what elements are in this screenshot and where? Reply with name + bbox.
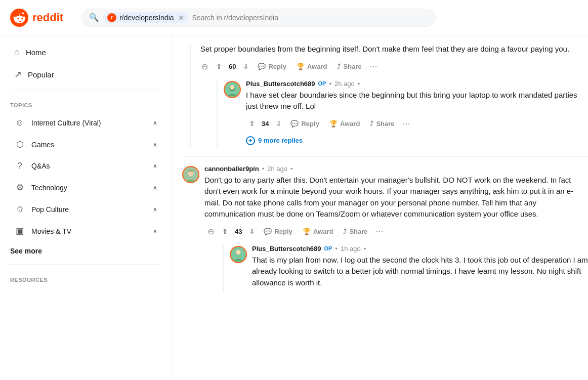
comment-thread-2: cannonballer9pin • 2h ago • Don't go to … (182, 156, 588, 297)
more-options-reply1[interactable]: ··· (401, 116, 412, 131)
reply-1-author: Plus_Butterscotch689 (246, 80, 315, 88)
see-more-button[interactable]: See more (0, 242, 172, 260)
reply-1-meta: Plus_Butterscotch689 OP • 2h ago • (246, 80, 588, 88)
reply-1-actions: ⇧ 34 ⇩ 💬 Reply (246, 116, 588, 131)
thread-wrap-2 (182, 165, 199, 185)
sidebar-item-qas[interactable]: ? Q&As ∧ (4, 156, 167, 176)
downvote-reply1[interactable]: ⇩ (273, 118, 284, 130)
sidebar-divider (10, 90, 161, 90)
comment-2-text: Don't go to any party after this. Don't … (204, 175, 588, 220)
reply-1-time: • (329, 80, 331, 88)
chevron-icon: ∧ (153, 228, 157, 235)
avatar-img-reply2 (231, 247, 246, 262)
upvote-icon: ⇧ (222, 228, 228, 235)
upvote-button-2[interactable]: ⇧ (219, 226, 231, 237)
upvote-reply1[interactable]: ⇧ (246, 118, 258, 130)
search-bar[interactable]: 🔍 r r/developersIndia ✕ (81, 9, 436, 27)
reply-button-2[interactable]: 💬 Reply (260, 226, 296, 237)
upvote-button-1[interactable]: ⇧ (213, 61, 225, 72)
reddit-icon (10, 9, 28, 27)
technology-icon: ⚙ (14, 182, 25, 193)
search-tag-close-icon[interactable]: ✕ (178, 14, 184, 22)
topic-left: ? Q&As (14, 161, 50, 171)
downvote-icon: ⇩ (249, 228, 255, 235)
collapse-button-1[interactable]: ⊖ (198, 60, 211, 73)
search-tag[interactable]: r r/developersIndia ✕ (103, 12, 188, 23)
topic-left: ☺ Internet Culture (Viral) (14, 118, 101, 128)
more-replies-icon: + (246, 136, 255, 145)
more-options-2[interactable]: ··· (374, 224, 386, 239)
reply-1-text: I have set clear boundaries since the be… (246, 90, 588, 112)
downvote-button-1[interactable]: ⇩ (240, 61, 251, 72)
vote-count-2: 43 (233, 228, 244, 235)
sidebar-item-home[interactable]: ⌂ Home (4, 42, 167, 63)
chevron-icon: ∧ (153, 206, 157, 213)
reddit-logo-text: reddit (32, 11, 63, 24)
more-replies-label: 9 more replies (258, 137, 303, 144)
share-button-1[interactable]: ⤴ Share (333, 61, 365, 72)
sidebar-item-internet-culture[interactable]: ☺ Internet Culture (Viral) ∧ (4, 113, 167, 133)
more-replies-button[interactable]: + 9 more replies (246, 133, 588, 148)
vote-count-reply1: 34 (260, 120, 271, 128)
games-label: Games (31, 141, 54, 149)
sidebar: ⌂ Home ↗ Popular TOPICS ☺ Internet Cultu… (0, 35, 172, 380)
reply-button-1[interactable]: 💬 Reply (254, 61, 290, 72)
award-icon: 🏆 (297, 63, 305, 70)
vote-count-1: 60 (227, 63, 238, 70)
reply-1-dot2: • (358, 80, 360, 88)
sidebar-divider-2 (10, 264, 161, 265)
reply-button-reply1[interactable]: 💬 Reply (286, 118, 323, 130)
popular-icon: ↗ (14, 69, 22, 80)
collapse-button-2[interactable]: ⊖ (204, 225, 217, 238)
svg-point-9 (236, 250, 241, 255)
sidebar-item-technology[interactable]: ⚙ Technology ∧ (4, 177, 167, 198)
comment-1-actions: ⊖ ⇧ 60 ⇩ 💬 Reply 🏆 (198, 59, 588, 74)
search-icon: 🔍 (89, 13, 99, 22)
more-options-1[interactable]: ··· (368, 59, 380, 74)
share-icon: ⤴ (337, 63, 341, 70)
upvote-icon: ⇧ (216, 63, 222, 70)
reply-1-op-badge: OP (318, 80, 326, 87)
sidebar-item-movies-tv[interactable]: ▣ Movies & TV ∧ (4, 221, 167, 241)
reply-icon: 💬 (258, 63, 266, 70)
sidebar-item-popular[interactable]: ↗ Popular (4, 64, 167, 85)
internet-culture-label: Internet Culture (Viral) (31, 119, 101, 127)
downvote-icon: ⇩ (243, 63, 248, 70)
downvote-button-2[interactable]: ⇩ (246, 226, 258, 237)
chevron-icon: ∧ (153, 119, 157, 126)
comment-2-dot2: • (290, 165, 293, 173)
reply-2-meta: Plus_Butterscotch689 OP • 1h ago • (252, 245, 588, 252)
svg-point-3 (230, 85, 235, 90)
header: reddit 🔍 r r/developersIndia ✕ (0, 0, 588, 35)
thread-wrap-reply2 (230, 245, 247, 263)
reply-1-body: Plus_Butterscotch689 OP • 2h ago • I hav… (246, 80, 588, 148)
reddit-logo[interactable]: reddit (10, 9, 63, 27)
sidebar-home-label: Home (26, 48, 46, 57)
share-icon: ⤴ (370, 120, 373, 128)
movies-tv-icon: ▣ (14, 226, 25, 236)
pop-culture-label: Pop Culture (31, 205, 69, 214)
award-button-reply1[interactable]: 🏆 Award (325, 118, 364, 130)
sidebar-popular-label: Popular (28, 70, 54, 79)
topic-left: ⚙ Technology (14, 182, 67, 193)
award-button-2[interactable]: 🏆 Award (299, 226, 338, 237)
comment-2-body: cannonballer9pin • 2h ago • Don't go to … (204, 165, 588, 293)
reply-2-time: 1h ago (341, 245, 361, 252)
comment-thread-1: Set proper boundaries from the beginning… (182, 35, 588, 152)
subreddit-icon: r (107, 13, 116, 22)
sidebar-item-games[interactable]: ⬡ Games ∧ (4, 134, 167, 155)
reply-2-dot2: • (364, 245, 366, 252)
share-button-2[interactable]: ⤴ Share (339, 226, 371, 237)
pop-culture-icon: ✩ (14, 204, 25, 215)
internet-culture-icon: ☺ (14, 118, 25, 128)
downvote-icon: ⇩ (276, 120, 281, 128)
search-input[interactable] (192, 14, 429, 22)
sidebar-item-pop-culture[interactable]: ✩ Pop Culture ∧ (4, 199, 167, 220)
share-button-reply1[interactable]: ⤴ Share (366, 118, 398, 130)
reply-1-time-val: 2h ago (334, 80, 355, 88)
resources-section-title: RESOURCES (0, 269, 172, 287)
avatar-reply2 (230, 246, 247, 263)
movies-tv-label: Movies & TV (31, 227, 71, 235)
chevron-icon: ∧ (153, 141, 157, 148)
award-button-1[interactable]: 🏆 Award (292, 61, 331, 72)
